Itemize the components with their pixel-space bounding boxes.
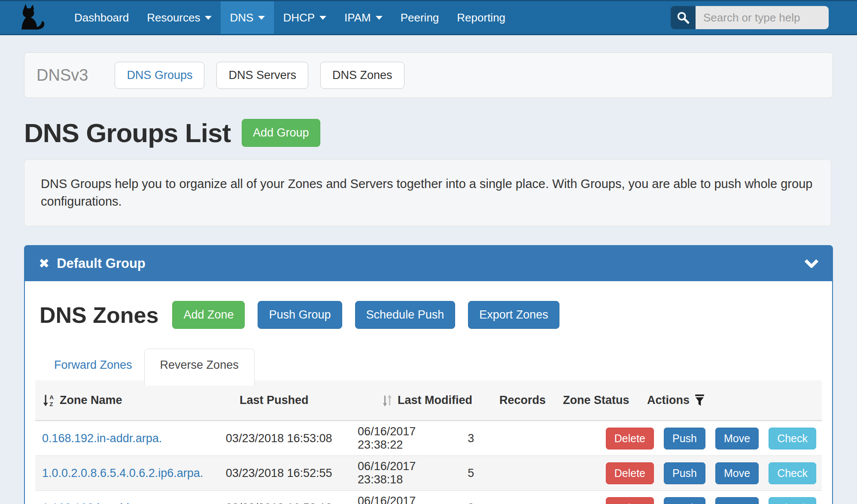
sort-updown-icon xyxy=(381,394,393,407)
nav-label: Reporting xyxy=(457,11,505,24)
header-label: Last Modified xyxy=(398,394,472,407)
delete-zone-button[interactable]: Delete xyxy=(606,428,654,449)
table-row: 0.168.192.in-addr.arpa. 03/23/2018 16:53… xyxy=(35,421,822,455)
dns-zones-title: DNS Zones xyxy=(40,302,158,328)
header-label: Zone Status xyxy=(563,394,629,407)
main-nav: Dashboard Resources DNS DHCP IPAM Peerin… xyxy=(65,1,514,34)
add-zone-button[interactable]: Add Zone xyxy=(172,301,245,329)
nav-item-dns[interactable]: DNS xyxy=(221,1,274,34)
nav-item-reporting[interactable]: Reporting xyxy=(448,1,514,34)
groups-description-panel: DNS Groups help you to organize all of y… xyxy=(24,159,831,226)
search-button[interactable] xyxy=(671,6,696,29)
zone-name-link[interactable]: 0.168.192.in-addr.arpa. xyxy=(42,432,162,445)
close-group-icon[interactable]: ✖ xyxy=(39,257,49,270)
caret-down-icon xyxy=(258,16,265,20)
delete-zone-button[interactable]: Delete xyxy=(606,497,654,504)
push-zone-button[interactable]: Push xyxy=(664,428,705,449)
last-modified-value: 06/16/2017 23:38:18 xyxy=(358,460,461,486)
zone-tabs: Forward Zones Reverse Zones xyxy=(35,349,822,380)
nav-item-dhcp[interactable]: DHCP xyxy=(274,1,335,34)
push-zone-button[interactable]: Push xyxy=(664,497,705,504)
caret-down-icon xyxy=(205,16,212,20)
groups-description-text: DNS Groups help you to organize all of y… xyxy=(41,177,812,208)
caret-down-icon xyxy=(376,16,383,20)
page-title: DNS Groups List xyxy=(24,118,231,148)
move-zone-button[interactable]: Move xyxy=(715,497,759,504)
search-icon xyxy=(677,11,690,24)
dnsv3-subnav-panel: DNSv3 DNS Groups DNS Servers DNS Zones xyxy=(24,52,833,98)
zone-name-link[interactable]: 1.168.192.in-addr.arpa. xyxy=(42,501,162,504)
nav-item-ipam[interactable]: IPAM xyxy=(335,1,392,34)
nav-label: Resources xyxy=(147,11,200,24)
header-records: Records xyxy=(492,394,556,407)
records-count: 3 xyxy=(468,432,474,445)
top-navbar: Dashboard Resources DNS DHCP IPAM Peerin… xyxy=(0,0,857,35)
tab-reverse-zones[interactable]: Reverse Zones xyxy=(144,349,255,386)
header-zone-name[interactable]: A Z Zone Name xyxy=(35,394,233,407)
records-count: 5 xyxy=(468,467,474,480)
header-zone-status: Zone Status xyxy=(556,394,640,407)
default-group-panel: ✖ Default Group DNS Zones Add Zone Push … xyxy=(24,245,833,504)
last-pushed-value: 03/23/2018 16:52:55 xyxy=(226,467,332,480)
nav-label: Peering xyxy=(401,11,439,24)
push-zone-button[interactable]: Push xyxy=(664,462,705,484)
header-label: Zone Name xyxy=(60,394,122,407)
last-pushed-value: 03/23/2018 16:53:08 xyxy=(226,432,332,445)
app-logo[interactable] xyxy=(0,1,65,34)
header-last-modified[interactable]: Last Modified xyxy=(374,394,492,407)
nav-item-dashboard[interactable]: Dashboard xyxy=(65,1,138,34)
table-row: 1.0.0.2.0.8.6.5.4.0.6.2.ip6.arpa. 03/23/… xyxy=(35,455,822,490)
nav-item-peering[interactable]: Peering xyxy=(392,1,448,34)
subnav-dns-groups-button[interactable]: DNS Groups xyxy=(115,62,204,89)
header-label: Last Pushed xyxy=(240,394,309,407)
header-label: Records xyxy=(499,394,546,407)
global-search xyxy=(671,6,829,29)
table-row: 1.168.192.in-addr.arpa. 03/23/2018 16:53… xyxy=(35,490,822,504)
group-title: Default Group xyxy=(57,256,146,271)
nav-label: IPAM xyxy=(344,11,371,24)
table-header-row: A Z Zone Name Last Pushed xyxy=(35,380,822,421)
check-zone-button[interactable]: Check xyxy=(769,497,816,504)
dnsv3-brand: DNSv3 xyxy=(36,66,88,85)
sort-alpha-asc-icon: A Z xyxy=(42,394,55,407)
export-zones-button[interactable]: Export Zones xyxy=(468,301,559,329)
reverse-zones-table: A Z Zone Name Last Pushed xyxy=(35,380,822,504)
svg-text:Z: Z xyxy=(49,401,53,407)
tab-forward-zones[interactable]: Forward Zones xyxy=(42,350,144,380)
header-last-pushed[interactable]: Last Pushed xyxy=(233,394,374,407)
search-input[interactable] xyxy=(696,6,829,29)
check-zone-button[interactable]: Check xyxy=(769,428,816,449)
filter-funnel-icon[interactable] xyxy=(694,394,705,407)
dns-zones-section-row: DNS Zones Add Zone Push Group Schedule P… xyxy=(35,301,822,329)
nav-item-resources[interactable]: Resources xyxy=(138,1,221,34)
delete-zone-button[interactable]: Delete xyxy=(606,462,654,484)
records-count: 3 xyxy=(468,501,474,504)
nav-label: DHCP xyxy=(283,11,315,24)
move-zone-button[interactable]: Move xyxy=(715,462,759,484)
nav-label: Dashboard xyxy=(74,11,129,24)
check-zone-button[interactable]: Check xyxy=(769,462,816,484)
page-heading-row: DNS Groups List Add Group xyxy=(24,118,833,148)
collapse-group-button[interactable] xyxy=(805,259,818,268)
subnav-dns-zones-button[interactable]: DNS Zones xyxy=(320,62,404,89)
header-actions: Actions xyxy=(640,394,822,407)
subnav-dns-servers-button[interactable]: DNS Servers xyxy=(216,62,308,89)
zone-name-link[interactable]: 1.0.0.2.0.8.6.5.4.0.6.2.ip6.arpa. xyxy=(42,467,203,480)
header-label: Actions xyxy=(647,394,690,407)
last-modified-value: 06/16/2017 23:38:22 xyxy=(358,425,461,452)
schedule-push-button[interactable]: Schedule Push xyxy=(355,301,456,329)
move-zone-button[interactable]: Move xyxy=(715,428,759,449)
nav-label: DNS xyxy=(230,11,253,24)
svg-text:A: A xyxy=(49,394,54,401)
default-group-header[interactable]: ✖ Default Group xyxy=(25,246,832,281)
cat-logo-icon xyxy=(16,3,49,32)
caret-down-icon xyxy=(319,16,326,20)
last-pushed-value: 03/23/2018 16:53:13 xyxy=(226,501,332,504)
group-body: DNS Zones Add Zone Push Group Schedule P… xyxy=(25,281,832,504)
push-group-button[interactable]: Push Group xyxy=(258,301,342,329)
chevron-down-icon xyxy=(805,259,818,268)
last-modified-value: 06/16/2017 23:38:24 xyxy=(358,495,461,504)
add-group-button[interactable]: Add Group xyxy=(242,119,320,147)
